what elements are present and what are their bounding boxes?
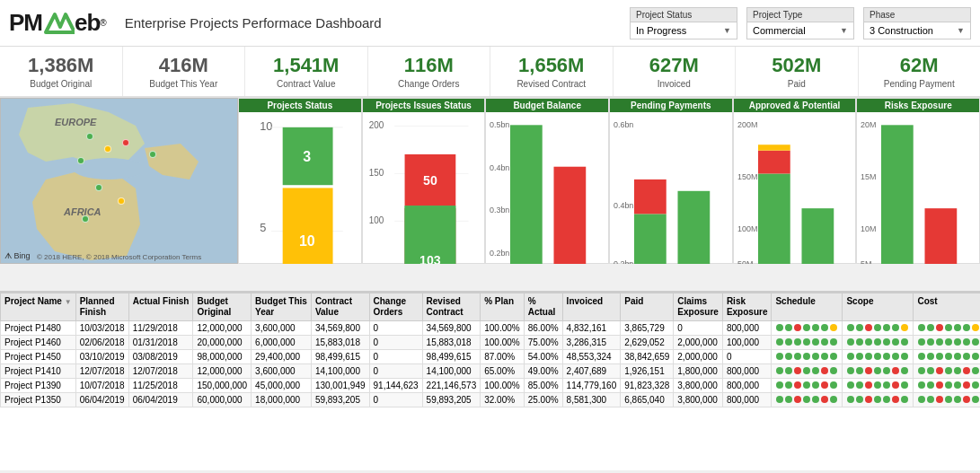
cell-dots-3 [914,321,980,336]
svg-text:0.3bn: 0.3bn [490,206,509,215]
cell-actual-finish: 11/29/2018 [128,321,193,336]
dashboard-title: Enterprise Projects Performace Dashboard [125,15,630,31]
kpi-paid-value: 502M [745,54,849,77]
svg-text:10: 10 [299,232,315,249]
filter-project-type-value: Commercial [753,25,806,36]
col-contract-value[interactable]: ContractValue [311,293,369,321]
cell-pct-actual: 75.00% [524,336,562,350]
chart-project-status-body: 10 5 0 3 10 [239,112,361,264]
filter-phase[interactable]: Phase 3 Construction ▼ [863,7,971,39]
cell-planned-finish: 12/07/2018 [75,364,128,379]
cell-planned-finish: 10/07/2018 [75,379,128,393]
cell-project-name: Project P1410 [1,364,76,379]
cell-claims-exposure: 3,800,000 [674,379,723,393]
svg-rect-66 [925,208,958,264]
filter-phase-select[interactable]: 3 Construction ▼ [863,22,971,39]
col-revised-contract[interactable]: RevisedContract [422,293,481,321]
cell-dots-3 [914,393,980,407]
map-panel: EUROPE AFRICA ᗑ Bing © 2018 HERE, © 2018… [0,98,238,264]
col-schedule[interactable]: Schedule [772,293,843,321]
table-row: Project P1410 12/07/2018 12/07/2018 12,0… [1,364,981,379]
cell-pct-plan: 100.00% [481,321,524,336]
svg-rect-65 [881,125,914,264]
filter-project-type[interactable]: Project Type Commercial ▼ [746,7,854,39]
col-budget-original[interactable]: BudgetOriginal [193,293,252,321]
cell-budget-original: 150,000,000 [193,379,252,393]
cell-dots-3 [914,350,980,364]
kpi-change-orders-label: Change Orders [377,79,481,89]
cell-contract-value: 98,499,615 [311,350,369,364]
table-row: Project P1350 06/04/2019 06/04/2019 60,0… [1,393,981,407]
svg-text:5M: 5M [861,259,871,264]
map-dot-7 [82,215,89,223]
cell-planned-finish: 06/04/2019 [75,393,128,407]
svg-text:20M: 20M [861,120,876,129]
col-budget-this-year[interactable]: Budget ThisYear [252,293,312,321]
chart-approved-title: Approved & Potential [734,99,856,112]
cell-planned-finish: 03/10/2019 [75,350,128,364]
kpi-revised-contract-label: Revised Contract [499,79,604,89]
cell-pct-actual: 85.00% [524,379,562,393]
header: PM eb ® Enterprise Projects Performace D… [0,0,980,47]
kpi-pending-payment: 62M Pending Payment [859,47,981,96]
cell-invoiced: 48,553,324 [562,350,621,364]
cell-change-orders: 0 [369,336,422,350]
filter-project-status-select[interactable]: In Progress ▼ [630,22,737,39]
col-claims-exposure[interactable]: ClaimsExposure [674,293,723,321]
col-actual-finish[interactable]: Actual Finish [128,293,193,321]
cell-change-orders: 0 [369,321,422,336]
map-dot-4 [77,157,84,164]
kpi-paid-label: Paid [745,79,849,89]
svg-text:150: 150 [369,168,384,178]
col-pct-actual[interactable]: %Actual [524,293,562,321]
chevron-down-icon-3: ▼ [957,26,965,35]
filter-project-status[interactable]: Project Status In Progress ▼ [630,7,737,39]
svg-rect-59 [801,208,834,264]
cell-planned-finish: 02/06/2018 [75,336,128,350]
chevron-down-icon-2: ▼ [840,26,848,35]
col-change-orders[interactable]: ChangeOrders [369,293,422,321]
svg-text:150M: 150M [737,172,757,181]
approved-svg: 200M 150M 100M 50M 0M [737,116,852,264]
col-cost[interactable]: Cost [914,293,980,321]
kpi-pending-payment-value: 62M [868,54,972,77]
svg-rect-49 [634,215,667,264]
kpi-invoiced: 627M Invoiced [614,47,737,96]
kpi-budget-this-year-value: 416M [132,54,236,77]
cell-pct-actual: 54.00% [524,350,562,364]
svg-text:50M: 50M [737,259,753,264]
col-invoiced[interactable]: Invoiced [562,293,621,321]
cell-dots-3 [914,379,980,393]
col-paid[interactable]: Paid [621,293,674,321]
chart-pending-body: 0.6bn 0.4bn 0.2bn 0.0bn [610,112,732,264]
logo: PM eb ® [9,7,107,39]
logo-pm: PM [9,9,42,37]
cell-dots [772,321,843,336]
cell-contract-value: 14,100,000 [311,364,369,379]
table-row: Project P1460 02/06/2018 01/31/2018 20,0… [1,336,981,350]
col-planned-finish[interactable]: PlannedFinish [75,293,128,321]
svg-text:100M: 100M [737,224,757,233]
bing-logo: ᗑ Bing [4,251,31,261]
svg-text:5: 5 [260,221,266,234]
svg-rect-50 [678,191,711,264]
col-scope[interactable]: Scope [843,293,914,321]
chart-risks-exposure: Risks Exposure 20M 15M 10M 5M 0M [856,98,980,264]
cell-revised-contract: 98,499,615 [422,350,481,364]
cell-claims-exposure: 0 [674,321,723,336]
kpi-bar: 1,386M Budget Original 416M Budget This … [0,47,980,98]
cell-claims-exposure: 2,000,000 [674,336,723,350]
cell-contract-value: 34,569,800 [311,321,369,336]
cell-budget-this-year: 29,400,000 [252,350,312,364]
filter-project-type-select[interactable]: Commercial ▼ [746,22,854,39]
svg-text:50: 50 [369,263,379,264]
col-pct-plan[interactable]: % Plan [481,293,524,321]
svg-text:200M: 200M [737,120,757,129]
col-project-name[interactable]: Project Name ▼ [1,293,76,321]
kpi-pending-payment-label: Pending Payment [868,79,972,89]
cell-revised-contract: 15,883,018 [422,336,481,350]
kpi-change-orders: 116M Change Orders [368,47,491,96]
cell-claims-exposure: 3,800,000 [674,393,723,407]
cell-budget-original: 60,000,000 [193,393,252,407]
col-risk-exposure[interactable]: RiskExposure [722,293,772,321]
